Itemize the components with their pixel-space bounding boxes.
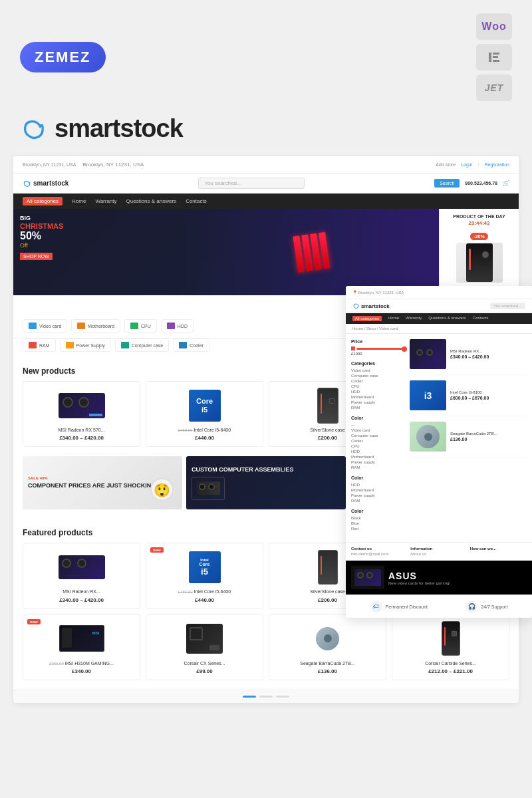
product-card-gpu[interactable]: MSI Radeon RX 570... £340.00 – £420.00 (23, 381, 140, 447)
phone-number: 800.523.456.78 (465, 181, 497, 186)
rp-contact-email[interactable]: info.demo@mail.com (351, 552, 408, 556)
rp-cat-item-3[interactable]: Cooler (351, 378, 404, 384)
rp-color2-ram[interactable]: RAM (351, 498, 404, 503)
rp-color-item-cc[interactable]: Computer case (351, 433, 404, 438)
nav-all-categories[interactable]: All categories (23, 197, 63, 205)
category-power-supply[interactable]: Power Supply (60, 338, 111, 352)
hero-banner[interactable]: BIG CHRISTMAS 50% Off SHOP NOW (13, 209, 439, 295)
sep: / (477, 162, 479, 168)
featured-card-1[interactable]: new Intel Core i5 £480.00 Intel Core i5-… (146, 543, 263, 608)
rp-nav-home[interactable]: Home (388, 316, 399, 321)
hero-off-text: Off (20, 242, 63, 249)
minisite-logo[interactable]: smartstock (23, 180, 68, 188)
featured-card-7[interactable]: Corsair Carbide Series... £212.00 – £221… (392, 614, 509, 680)
rp-nav-all[interactable]: All categories (352, 316, 382, 321)
featured-card-0[interactable]: MSI Radeon RX... £340.00 – £420.00 (23, 543, 140, 608)
zemez-logo[interactable]: ZEMEZ (20, 42, 106, 72)
rp-info-about[interactable]: About us (410, 552, 467, 556)
search-button[interactable]: Search (434, 179, 460, 188)
featured-card-4[interactable]: new MSI £369.00 MSI H310M GAMING... £340… (23, 614, 140, 680)
category-ram[interactable]: RAM (23, 338, 56, 352)
rp-color-item-ps[interactable]: Power supply (351, 460, 404, 465)
cat-label-computer-case: Computer case (132, 343, 163, 348)
featured-card-5[interactable]: Corsair CX Series... £99.00 (146, 614, 263, 680)
rp-nav-warranty[interactable]: Warranty (406, 316, 422, 321)
rp-product-row-2[interactable]: Seagate BarraCuda 2TB... £136.00 (410, 422, 527, 458)
rp-color-item-co[interactable]: Cooler (351, 438, 404, 444)
product-price-cpu: £440.00 (152, 435, 257, 441)
product-img-cpu: Corei5 (182, 387, 228, 424)
rp-asus-banner: ASUS New video cards for better gaming! (346, 561, 532, 595)
rp-prod-img-1: i3 (410, 380, 446, 410)
rp-cat-item-7[interactable]: Power supply (351, 400, 404, 405)
featured-price-1: £440.00 (152, 597, 257, 603)
rp-color3-black[interactable]: Black (351, 515, 404, 521)
rp-nav-contacts[interactable]: Contacts (473, 316, 489, 321)
rp-color-item-vc[interactable]: Video card (351, 428, 404, 433)
category-hdd[interactable]: HDD (161, 319, 194, 332)
cart-icon[interactable]: 🛒 (503, 180, 509, 186)
featured-price-6: £136.00 (275, 668, 380, 674)
rp-color3-red[interactable]: Red (351, 526, 404, 531)
rp-search[interactable]: You searched... (490, 303, 525, 309)
promo-1-title: COMPONENT PRICES ARE JUST SHOCKING (28, 482, 156, 489)
rp-color2-hdd[interactable]: HDD (351, 482, 404, 487)
rp-color-item-dash[interactable]: — (351, 422, 404, 428)
rp-cat-item-6[interactable]: Motherboard (351, 394, 404, 400)
product-name-cpu-text: Intel Core i5-6400 (194, 428, 231, 432)
product-card-cpu[interactable]: Corei5 £450.00 Intel Core i5-6400 £440.0… (146, 381, 263, 447)
product-old-price-cpu: £450.00 (178, 428, 193, 432)
category-cpu[interactable]: CPU (124, 319, 157, 332)
rp-cat-item-8[interactable]: RAM (351, 405, 404, 410)
rp-color-item-hdd[interactable]: HDD (351, 449, 404, 454)
nav-contacts[interactable]: Contacts (186, 198, 207, 204)
rp-sidebar: Price £1000 Categories Video card Comput… (351, 339, 404, 537)
rp-prod-info-2: Seagate BarraCuda 2TB... £136.00 (450, 432, 497, 442)
rp-color2-mb[interactable]: Motherboard (351, 487, 404, 493)
category-video-card[interactable]: Video card (23, 319, 67, 332)
promo-banner-1[interactable]: SALE 40% COMPONENT PRICES ARE JUST SHOCK… (23, 456, 182, 509)
rp-color2-ps[interactable]: Power supply (351, 493, 404, 498)
rp-cat-item-2[interactable]: Computer case (351, 373, 404, 378)
registration-link[interactable]: Registration (485, 162, 509, 167)
rp-color-title-2: Color (351, 475, 404, 480)
rp-logo[interactable]: smartstock (352, 303, 390, 309)
category-computer-case[interactable]: Computer case (115, 338, 169, 352)
rp-color-filter-2: Color HDD Motherboard Power supply RAM (351, 475, 404, 503)
category-motherboard[interactable]: Motherboard (71, 319, 120, 332)
minisite-header: Brooklyn, NY 11231, USA Brooklyn, NY 112… (13, 156, 519, 174)
category-cooler[interactable]: Cooler (173, 338, 209, 352)
rp-product-row-0[interactable]: MSI Radeon RX... £340.00 – £420.00 (410, 339, 527, 375)
cat-label-cpu: CPU (141, 324, 151, 329)
rp-cat-item-1[interactable]: Video card (351, 368, 404, 373)
svg-rect-3 (493, 60, 499, 62)
nav-home[interactable]: Home (72, 198, 86, 204)
rp-nav-qa[interactable]: Questions & answers (428, 316, 466, 321)
nav-warranty[interactable]: Warranty (95, 198, 116, 204)
promo-banner-2[interactable]: CUSTOM COMPUTER ASSEMBLIES (186, 456, 346, 509)
product-img-gpu (59, 387, 105, 424)
rp-color-item-mb[interactable]: Motherboard (351, 454, 404, 460)
featured-img-4: MSI (59, 620, 105, 657)
login-link[interactable]: Login (461, 162, 472, 167)
rp-prod-info-1: Intel Core i3-8100 £600.00 – £676.00 (450, 390, 489, 400)
rp-product-row-1[interactable]: i3 Intel Core i3-8100 £600.00 – £676.00 (410, 380, 527, 416)
cat-label-cooler: Cooler (190, 343, 203, 348)
svg-rect-2 (493, 56, 498, 58)
rp-color-item-cpu[interactable]: CPU (351, 444, 404, 449)
rp-color-item-ram[interactable]: RAM (351, 465, 404, 470)
nav-questions[interactable]: Questions & answers (126, 198, 177, 204)
rp-cat-item-4[interactable]: CPU (351, 384, 404, 389)
page-wrapper: ZEMEZ Woo JET smartstock (0, 0, 532, 703)
rp-cat-item-5[interactable]: HDD (351, 389, 404, 394)
rp-price-bar[interactable] (356, 348, 404, 350)
rp-products-list: MSI Radeon RX... £340.00 – £420.00 i3 In… (410, 339, 527, 537)
cat-label-motherboard: Motherboard (88, 324, 114, 329)
featured-card-6[interactable]: Seagate BarraCuda 2TB... £136.00 (269, 614, 386, 680)
right-badges: Woo JET (476, 13, 512, 101)
cat-label-video-card: Video card (39, 324, 61, 329)
hero-shop-btn[interactable]: SHOP NOW (20, 253, 53, 260)
asus-tagline: New video cards for better gaming! (388, 581, 450, 585)
rp-color3-blue[interactable]: Blue (351, 521, 404, 526)
cooler-icon (179, 342, 187, 348)
